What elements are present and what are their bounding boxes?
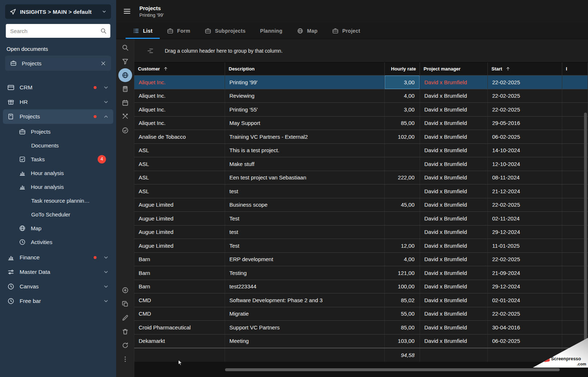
tab-list[interactable]: List (126, 23, 160, 39)
sidebar-item-finance[interactable]: Finance (3, 250, 113, 265)
sidebar-subitem-map[interactable]: Map (3, 221, 113, 235)
sidebar-subitem-projects[interactable]: Projects (3, 125, 113, 138)
approve-button[interactable] (118, 123, 132, 137)
calendar-button[interactable] (118, 96, 132, 110)
table-header-row: CustomerDescriptionHourly rateProject ma… (134, 62, 588, 76)
summary-cell-pm (420, 348, 488, 362)
chevron-down-icon (103, 269, 109, 275)
tab-project[interactable]: Project (325, 23, 368, 39)
cell-start: 02-01-2024 (488, 293, 562, 307)
cell-rate: 3,00 (385, 103, 420, 116)
delete-button[interactable] (118, 325, 132, 339)
cell-rate: 4,00 (385, 253, 420, 266)
table-row[interactable]: Augue LimitedTest12,00David x Brumfield1… (134, 239, 588, 253)
more-button[interactable] (118, 352, 132, 366)
group-by-icon (147, 47, 154, 54)
table-row[interactable]: Augue LimitedTestDavid x Brumfield02-11-… (134, 212, 588, 226)
table-row[interactable]: Augue LimitedBusiness scope45,00David x … (134, 198, 588, 212)
filter-button[interactable] (118, 54, 132, 68)
table-row[interactable]: Croid PharmaceuticalSupport VC Partners8… (134, 321, 588, 335)
sidebar-subitem-tasks[interactable]: Tasks4 (3, 152, 113, 166)
edit-button[interactable] (118, 311, 132, 325)
more-icon (122, 356, 129, 363)
column-header-label: I (566, 66, 567, 72)
cell-description: Test (225, 239, 385, 252)
chevron-down-icon (103, 298, 109, 304)
table-row[interactable]: DekamarktMeeting103,00David x Brumfield0… (134, 335, 588, 348)
sidebar-subitem-label: Hour analysis (31, 184, 106, 190)
cell-customer: ASL (134, 171, 225, 185)
table-row[interactable]: ASLMake stuffDavid x Brumfield12-10-2024 (134, 157, 588, 171)
table-row[interactable]: CMDSoftware Development: Phase 2 and 385… (134, 293, 588, 307)
sidebar-subitem-label: Task resource plannin… (31, 198, 106, 204)
column-header-description[interactable]: Description (225, 62, 385, 75)
tab-map[interactable]: Map (290, 23, 325, 39)
table-row[interactable]: CMDMigratie55,00David x Brumfield22-02-2… (134, 307, 588, 321)
table-row[interactable]: ASLtestDavid x Brumfield21-12-2024 (134, 185, 588, 198)
sidebar-item-free-bar[interactable]: Free bar (3, 294, 113, 308)
vertical-scrollbar-thumb[interactable] (584, 113, 587, 357)
table-row[interactable]: Barntest223344100,00David x Brumfield29-… (134, 280, 588, 294)
column-header-project-manager[interactable]: Project manager (420, 62, 488, 75)
column-header-i[interactable]: I (562, 62, 588, 75)
refresh-button[interactable] (118, 339, 132, 352)
check-square-icon (19, 156, 26, 163)
table-row[interactable]: Aliquet Inc.Reviewing4,00David x Brumfie… (134, 89, 588, 103)
cell-description: Printing '99' (225, 76, 385, 89)
menu-icon[interactable] (123, 7, 131, 16)
tab-planning[interactable]: Planning (253, 23, 290, 39)
content-area: Drag a column header here to group by th… (116, 39, 588, 377)
search-input[interactable] (6, 24, 110, 38)
tab-form[interactable]: Form (160, 23, 197, 39)
chevron-down-icon (103, 255, 109, 260)
cell-customer: Aliquet Inc. (134, 76, 225, 89)
sidebar-subitem-goto-scheduler[interactable]: GoTo Scheduler (3, 207, 113, 221)
cell-start: 22-02-2025 (488, 307, 562, 321)
sidebar-item-label: Projects (20, 113, 89, 120)
calculator-button[interactable] (118, 82, 132, 96)
cell-customer: Analise de Tobacco (134, 130, 225, 143)
workspace-selector[interactable]: INSIGHTS > MAIN > default (5, 4, 111, 19)
close-icon[interactable] (101, 61, 106, 66)
globe-icon (122, 72, 129, 79)
table-row[interactable]: Analise de TobaccoTraining VC Partners -… (134, 130, 588, 144)
table-row[interactable]: Aliquet Inc.May Support85,00David x Brum… (134, 117, 588, 130)
sidebar-item-hr[interactable]: HR (3, 95, 113, 109)
column-header-hourly-rate[interactable]: Hourly rate (385, 62, 420, 75)
duplicate-button[interactable] (118, 297, 132, 311)
sidebar-subitem-documents[interactable]: Documents (3, 138, 113, 152)
sidebar-subitem-hour-analysis[interactable]: Hour analysis (3, 180, 113, 194)
table-row[interactable]: BarnERP development4,00David x Brumfield… (134, 253, 588, 267)
add-button[interactable] (118, 283, 132, 297)
tools-button[interactable] (118, 110, 132, 123)
column-header-start[interactable]: Start (488, 62, 562, 75)
sidebar-subitem-hour-analysis[interactable]: Hour analysis (3, 166, 113, 180)
tab-subprojects[interactable]: Subprojects (197, 23, 253, 39)
sidebar-subitem-task-resource-plannin[interactable]: Task resource plannin… (3, 194, 113, 207)
cell-customer: Augue Limited (134, 198, 225, 212)
sidebar-item-canvas[interactable]: Canvas (3, 279, 113, 294)
horizontal-scrollbar-thumb[interactable] (225, 368, 560, 371)
sidebar-item-crm[interactable]: CRM (3, 80, 113, 95)
sidebar-item-master-data[interactable]: Master Data (3, 265, 113, 279)
table-row[interactable]: ASLEen test project van Sebastiaan222,00… (134, 171, 588, 185)
table-row[interactable]: Aliquet Inc.Printing ‘55’3,00David x Bru… (134, 103, 588, 117)
cell-customer: ASL (134, 157, 225, 171)
table-row[interactable]: Aliquet Inc.Printing '99'3,00David x Bru… (134, 76, 588, 89)
chevron-down-icon (103, 284, 109, 289)
search-button[interactable] (118, 41, 132, 54)
cell-description: test223344 (225, 280, 385, 293)
cell-start: 29-12-2024 (488, 280, 562, 293)
cell-customer: Aliquet Inc. (134, 103, 225, 116)
map-button[interactable] (118, 68, 132, 82)
open-document-item[interactable]: Projects (5, 56, 111, 71)
table-row[interactable]: Augue LimitedtestDavid x Brumfield29-12-… (134, 226, 588, 239)
table-row[interactable]: ASLThis is a test project.David x Brumfi… (134, 144, 588, 158)
sidebar-item-projects[interactable]: Projects (3, 109, 113, 124)
group-by-panel[interactable]: Drag a column header here to group by th… (134, 39, 588, 62)
table-row[interactable]: BarnTesting121,00David x Brumfield21-09-… (134, 266, 588, 280)
sidebar-subitem-label: Projects (31, 129, 106, 135)
sidebar-subitem-activities[interactable]: Activities (3, 235, 113, 249)
cell-start: 29-12-2024 (488, 226, 562, 239)
column-header-customer[interactable]: Customer (134, 62, 225, 75)
